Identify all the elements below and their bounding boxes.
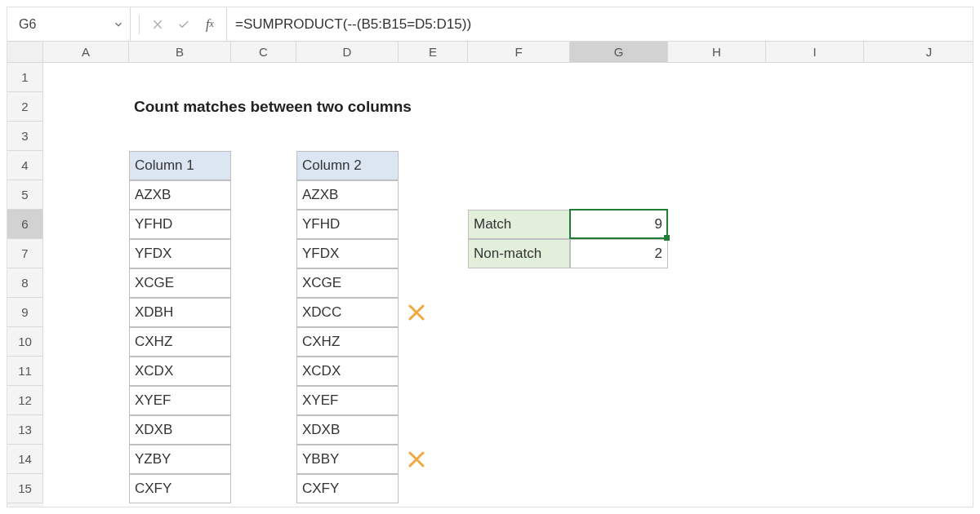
row-header-1[interactable]: 1 <box>7 63 43 92</box>
column-header-A[interactable]: A <box>43 42 129 62</box>
column-header-F[interactable]: F <box>468 42 570 62</box>
sep-icon <box>139 15 140 34</box>
column-header-D[interactable]: D <box>296 42 399 62</box>
mismatch-icon-14 <box>399 445 468 474</box>
table2-cell-5[interactable]: XDCC <box>296 298 399 327</box>
column-headers: ABCDEFGHIJ <box>7 42 973 63</box>
formula-input[interactable]: =SUMPRODUCT(--(B5:B15=D5:D15)) <box>227 7 973 41</box>
column-header-G[interactable]: G <box>570 42 668 62</box>
insert-function-icon[interactable]: fx <box>198 13 221 36</box>
table2-cell-8[interactable]: XYEF <box>296 386 399 415</box>
row-header-15[interactable]: 15 <box>7 474 43 503</box>
table1-cell-2[interactable]: YFHD <box>129 210 231 239</box>
row-header-5[interactable]: 5 <box>7 180 43 210</box>
row-headers: 123456789101112131415 <box>7 63 43 507</box>
table2-cell-3[interactable]: YFDX <box>296 239 399 268</box>
cancel-formula-icon[interactable] <box>146 13 169 36</box>
table1-cell-9[interactable]: XDXB <box>129 415 231 445</box>
table1-cell-11[interactable]: CXFY <box>129 474 231 503</box>
row-header-12[interactable]: 12 <box>7 386 43 415</box>
row-header-4[interactable]: 4 <box>7 151 43 180</box>
table1-cell-1[interactable]: AZXB <box>129 180 231 210</box>
table1-cell-7[interactable]: XCDX <box>129 357 231 386</box>
mismatch-icon-9 <box>399 298 468 327</box>
table2-cell-7[interactable]: XCDX <box>296 357 399 386</box>
table2-cell-1[interactable]: AZXB <box>296 180 399 210</box>
name-box[interactable] <box>14 13 110 36</box>
row-header-7[interactable]: 7 <box>7 239 43 268</box>
table1-cell-10[interactable]: YZBY <box>129 445 231 474</box>
name-box-dropdown-icon[interactable] <box>110 16 127 33</box>
spreadsheet-inner: fx =SUMPRODUCT(--(B5:B15=D5:D15)) ABCDEF… <box>7 7 973 507</box>
table2-cell-10[interactable]: YBBY <box>296 445 399 474</box>
column-header-E[interactable]: E <box>399 42 468 62</box>
row-header-2[interactable]: 2 <box>7 92 43 122</box>
row-header-11[interactable]: 11 <box>7 357 43 386</box>
spreadsheet-frame: fx =SUMPRODUCT(--(B5:B15=D5:D15)) ABCDEF… <box>0 0 980 514</box>
table2-cell-2[interactable]: YFHD <box>296 210 399 239</box>
formula-bar: fx =SUMPRODUCT(--(B5:B15=D5:D15)) <box>7 7 973 42</box>
nonmatch-label[interactable]: Non-match <box>468 239 570 268</box>
column-header-I[interactable]: I <box>766 42 864 62</box>
column-header-C[interactable]: C <box>231 42 296 62</box>
nonmatch-value[interactable]: 2 <box>570 239 668 268</box>
column-header-B[interactable]: B <box>129 42 231 62</box>
column-header-J[interactable]: J <box>864 42 980 62</box>
table1-cell-5[interactable]: XDBH <box>129 298 231 327</box>
table2-cell-9[interactable]: XDXB <box>296 415 399 445</box>
row-header-3[interactable]: 3 <box>7 122 43 151</box>
column-header-H[interactable]: H <box>668 42 766 62</box>
row-header-9[interactable]: 9 <box>7 298 43 327</box>
match-value[interactable]: 9 <box>570 210 668 239</box>
row-header-13[interactable]: 13 <box>7 415 43 445</box>
row-header-6[interactable]: 6 <box>7 210 43 239</box>
select-all-corner[interactable] <box>7 42 43 62</box>
table2-cell-4[interactable]: XCGE <box>296 268 399 298</box>
table1-cell-6[interactable]: CXHZ <box>129 327 231 357</box>
name-box-wrap <box>7 7 131 41</box>
row-header-8[interactable]: 8 <box>7 268 43 298</box>
table2-cell-11[interactable]: CXFY <box>296 474 399 503</box>
formula-bar-buttons: fx <box>131 7 227 41</box>
grid-body: 123456789101112131415 Count matches betw… <box>7 63 973 507</box>
cells-layer[interactable]: Count matches between two columnsColumn … <box>43 63 973 507</box>
table1-cell-3[interactable]: YFDX <box>129 239 231 268</box>
table2-header[interactable]: Column 2 <box>296 151 399 180</box>
enter-formula-icon[interactable] <box>172 13 195 36</box>
table2-cell-6[interactable]: CXHZ <box>296 327 399 357</box>
row-header-14[interactable]: 14 <box>7 445 43 474</box>
page-title[interactable]: Count matches between two columns <box>129 92 472 122</box>
table1-cell-4[interactable]: XCGE <box>129 268 231 298</box>
table1-header[interactable]: Column 1 <box>129 151 231 180</box>
match-label[interactable]: Match <box>468 210 570 239</box>
row-header-10[interactable]: 10 <box>7 327 43 357</box>
table1-cell-8[interactable]: XYEF <box>129 386 231 415</box>
